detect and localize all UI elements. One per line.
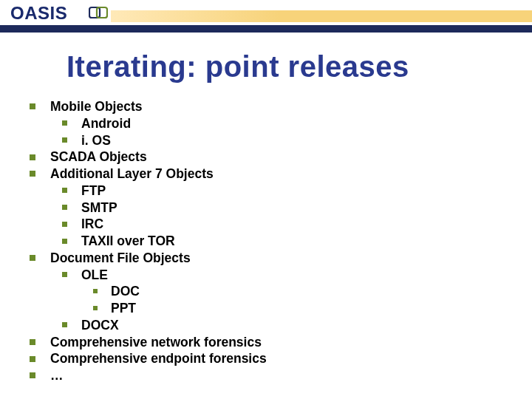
item-text: Android: [81, 116, 131, 131]
bullet-list: DOC PPT: [81, 283, 532, 317]
interlock-icon: [89, 6, 108, 19]
item-text: …: [50, 368, 64, 383]
list-item: Additional Layer 7 Objects FTP SMTP IRC …: [30, 166, 532, 250]
bullet-list: FTP SMTP IRC TAXII over TOR: [50, 183, 532, 250]
list-item: DOC: [93, 283, 532, 300]
slide-title: Iterating: point releases: [66, 50, 532, 83]
item-text: Document File Objects: [50, 250, 191, 265]
slide-content: Mobile Objects Android i. OS SCADA Objec…: [30, 98, 532, 384]
oasis-logo: OASIS: [10, 3, 67, 24]
item-text: DOC: [111, 284, 140, 299]
item-text: Additional Layer 7 Objects: [50, 166, 214, 181]
list-item: TAXII over TOR: [62, 233, 532, 250]
navy-strip: [0, 25, 532, 33]
item-text: PPT: [111, 301, 136, 316]
list-item: Mobile Objects Android i. OS: [30, 98, 532, 149]
list-item: OLE DOC PPT: [62, 267, 532, 317]
item-text: FTP: [81, 183, 106, 198]
bullet-list: Mobile Objects Android i. OS SCADA Objec…: [30, 98, 532, 384]
list-item: PPT: [93, 300, 532, 317]
item-text: TAXII over TOR: [81, 233, 175, 248]
list-item: FTP: [62, 183, 532, 200]
header-bar: OASIS: [0, 0, 532, 30]
item-text: Mobile Objects: [50, 99, 142, 114]
list-item: Comprehensive endpoint forensics: [30, 350, 532, 367]
list-item: IRC: [62, 216, 532, 233]
item-text: OLE: [81, 267, 108, 282]
item-text: IRC: [81, 216, 103, 231]
list-item: Android: [62, 115, 532, 132]
item-text: i. OS: [81, 133, 111, 148]
item-text: SMTP: [81, 200, 117, 215]
list-item: …: [30, 367, 532, 384]
item-text: SCADA Objects: [50, 149, 147, 164]
list-item: SMTP: [62, 200, 532, 216]
logo-text: OASIS: [10, 3, 67, 23]
item-text: Comprehensive network forensics: [50, 335, 262, 349]
item-text: Comprehensive endpoint forensics: [50, 351, 267, 366]
bullet-list: Android i. OS: [50, 115, 532, 149]
item-text: DOCX: [81, 318, 119, 332]
list-item: DOCX: [62, 317, 532, 334]
gold-strip: [111, 10, 532, 22]
list-item: Document File Objects OLE DOC PPT DOCX: [30, 250, 532, 334]
list-item: Comprehensive network forensics: [30, 334, 532, 351]
list-item: i. OS: [62, 132, 532, 149]
list-item: SCADA Objects: [30, 149, 532, 166]
bullet-list: OLE DOC PPT DOCX: [50, 267, 532, 334]
